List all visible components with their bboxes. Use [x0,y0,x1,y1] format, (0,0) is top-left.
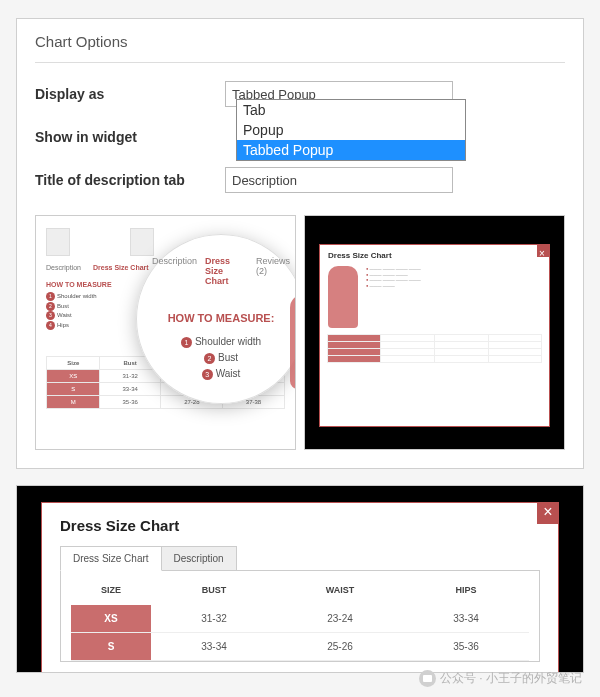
wechat-icon [419,670,436,687]
option-tab[interactable]: Tab [237,100,465,120]
watermark: 公众号 · 小王子的外贸笔记 [419,670,582,687]
table-row: S 33-34 25-26 35-36 [71,633,529,661]
th-bust: BUST [151,585,277,605]
th-waist: WAIST [277,585,403,605]
measure-item: Bust [57,303,69,309]
label-title-tab: Title of description tab [35,172,225,188]
popup-title: Dress Size Chart [320,245,549,266]
input-title-tab[interactable] [225,167,453,193]
close-icon[interactable]: × [537,502,559,524]
preview-tabbed-page: Description Dress Size Chart Reviews (2)… [35,215,296,450]
measure-item: Hips [57,322,69,328]
size-chart-table: SIZE BUST WAIST HIPS XS 31-32 23-24 33-3… [71,585,529,661]
body-silhouette-icon [290,294,296,389]
lens-measure: Shoulder width [195,336,261,347]
option-tabbed-popup[interactable]: Tabbed Popup [237,140,465,160]
product-thumb [130,228,154,256]
preview-popup: Dress Size Chart ● ——— ——— ——— ——— ● ———… [304,215,565,450]
popup-info-text: ● ——— ——— ——— ——— ● ——— ——— ——— ● ——— ——… [366,266,541,328]
label-show-in-widget: Show in widget [35,129,225,145]
popup-mini-table [327,334,542,363]
lens-measure: Waist [216,368,241,379]
label-display-as: Display as [35,86,225,102]
option-popup[interactable]: Popup [237,120,465,140]
lens-tab-size-chart: Dress Size Chart [205,256,248,286]
chart-options-panel: Chart Options Display as Tab Popup Tabbe… [16,18,584,469]
tab-description[interactable]: Description [161,546,237,571]
watermark-text: 公众号 · 小王子的外贸笔记 [440,670,582,687]
preview-tabbed-popup: Dress Size Chart Dress Size Chart Descri… [16,485,584,673]
lens-tab-description: Description [152,256,197,286]
th-size: SIZE [71,585,151,605]
close-icon[interactable] [537,245,549,257]
measure-item: Shoulder width [57,293,97,299]
popup-title: Dress Size Chart [60,517,540,534]
lens-tab-reviews: Reviews (2) [256,256,290,286]
tab-description: Description [46,264,81,271]
dropdown-display-as[interactable]: Tab Popup Tabbed Popup [236,99,466,161]
tab-size-chart[interactable]: Dress Size Chart [60,546,162,571]
panel-title: Chart Options [35,33,565,63]
row-title-tab: Title of description tab [35,167,565,193]
lens-how-to: HOW TO MEASURE: [152,312,290,324]
tab-size-chart: Dress Size Chart [93,264,149,271]
table-row: XS 31-32 23-24 33-34 [71,605,529,633]
zoom-lens: Description Dress Size Chart Reviews (2)… [136,234,296,404]
lens-measure: Bust [218,352,238,363]
product-thumb [46,228,70,256]
measure-item: Waist [57,312,72,318]
th-hips: HIPS [403,585,529,605]
body-silhouette-icon [328,266,358,328]
